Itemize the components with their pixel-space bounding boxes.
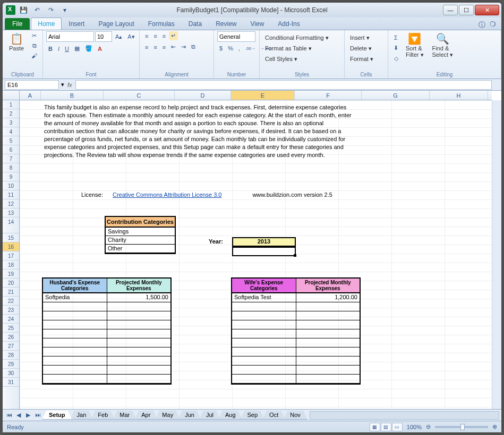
delete-cells-button[interactable]: Delete ▾	[348, 44, 374, 53]
sheet-tab-oct[interactable]: Oct	[262, 411, 285, 420]
table-row[interactable]	[43, 311, 170, 320]
ribbon-tab-data[interactable]: Data	[182, 18, 209, 30]
comma-button[interactable]: ,	[236, 44, 242, 53]
page-layout-view-button[interactable]: ▤	[381, 423, 391, 431]
row-header-31[interactable]: 31	[3, 378, 19, 387]
amount-cell[interactable]	[296, 302, 360, 311]
row-header-23[interactable]: 23	[3, 306, 19, 315]
col-header-D[interactable]: D	[175, 91, 231, 100]
contribution-row[interactable]: Savings	[106, 228, 175, 236]
merge-button[interactable]: ⧉	[189, 42, 198, 51]
maximize-button[interactable]: ☐	[459, 5, 474, 15]
sheet-tab-feb[interactable]: Feb	[91, 411, 115, 420]
amount-cell[interactable]	[107, 311, 171, 320]
paste-button[interactable]: 📋Paste	[6, 31, 27, 53]
ribbon-tab-view[interactable]: View	[244, 18, 271, 30]
wrap-text-button[interactable]: ↵	[169, 31, 178, 40]
zoom-out-button[interactable]: ⊖	[426, 423, 431, 430]
amount-cell[interactable]	[107, 302, 171, 311]
amount-cell[interactable]: 1,200.00	[296, 293, 360, 302]
ribbon-tab-review[interactable]: Review	[209, 18, 243, 30]
table-row[interactable]	[232, 311, 360, 320]
table-row[interactable]	[232, 338, 360, 347]
zoom-slider-thumb[interactable]	[460, 424, 465, 430]
minimize-button[interactable]: —	[443, 5, 458, 15]
row-header-28[interactable]: 28	[3, 351, 19, 360]
ribbon-tab-formulas[interactable]: Formulas	[141, 18, 182, 30]
sheet-nav-first-icon[interactable]: ⏮	[5, 412, 13, 419]
sheet-tab-may[interactable]: May	[155, 411, 180, 420]
col-header-A[interactable]: A	[20, 91, 41, 100]
currency-button[interactable]: $	[217, 44, 225, 53]
row-header-13[interactable]: 13	[3, 208, 19, 218]
row-header-11[interactable]: 11	[3, 190, 19, 199]
table-row[interactable]	[43, 366, 170, 375]
fill-color-button[interactable]: 🪣	[83, 44, 95, 53]
category-cell[interactable]	[232, 311, 296, 320]
table-row[interactable]	[232, 329, 360, 338]
category-cell[interactable]	[232, 366, 296, 374]
format-painter-button[interactable]: 🖌	[29, 51, 39, 60]
copy-button[interactable]: ⧉	[29, 41, 39, 50]
table-row[interactable]	[43, 356, 170, 366]
amount-cell[interactable]: 1,500.00	[107, 293, 171, 302]
amount-cell[interactable]	[296, 375, 360, 383]
category-cell[interactable]	[232, 302, 296, 311]
contribution-row[interactable]: Charity	[106, 236, 175, 245]
table-row[interactable]	[43, 347, 170, 356]
align-left-button[interactable]: ≡	[143, 43, 150, 51]
amount-cell[interactable]	[107, 347, 171, 356]
sheet-tab-nov[interactable]: Nov	[283, 411, 307, 420]
table-row[interactable]	[43, 302, 170, 311]
category-cell[interactable]	[43, 375, 107, 383]
row-header-6[interactable]: 6	[3, 145, 19, 154]
col-header-H[interactable]: H	[430, 91, 488, 100]
category-cell[interactable]	[43, 320, 107, 329]
increase-indent-button[interactable]: ⇥	[179, 42, 188, 51]
table-row[interactable]	[232, 320, 360, 329]
row-header-29[interactable]: 29	[3, 360, 19, 369]
underline-button[interactable]: U	[63, 45, 71, 53]
amount-cell[interactable]	[296, 347, 360, 356]
row-header-21[interactable]: 21	[3, 288, 19, 297]
zoom-slider[interactable]	[435, 426, 488, 428]
row-header-15[interactable]: 15	[3, 233, 19, 242]
increase-decimal-button[interactable]: .00→	[243, 45, 258, 52]
find-select-button[interactable]: 🔍Find & Select ▾	[429, 31, 457, 59]
ribbon-tab-page-layout[interactable]: Page Layout	[91, 18, 141, 30]
year-value-cell[interactable]: 2013	[232, 237, 296, 247]
row-header-19[interactable]: 19	[3, 269, 19, 279]
sheet-nav-next-icon[interactable]: ▶	[24, 412, 32, 419]
row-header-2[interactable]: 2	[3, 109, 19, 118]
row-header-18[interactable]: 18	[3, 260, 19, 269]
amount-cell[interactable]	[107, 375, 171, 383]
active-cell-e16[interactable]	[232, 247, 296, 256]
category-cell[interactable]	[43, 311, 107, 320]
category-cell[interactable]	[43, 329, 107, 338]
category-cell[interactable]	[232, 329, 296, 338]
category-cell[interactable]	[232, 320, 296, 329]
row-header-10[interactable]: 10	[3, 181, 19, 190]
table-row[interactable]	[232, 347, 360, 356]
sheet-nav-last-icon[interactable]: ⏭	[33, 412, 42, 419]
italic-button[interactable]: I	[56, 45, 62, 53]
table-row[interactable]	[232, 366, 360, 375]
col-header-F[interactable]: F	[295, 91, 362, 100]
category-cell[interactable]: Softpedia	[43, 293, 107, 302]
amount-cell[interactable]	[296, 356, 360, 365]
normal-view-button[interactable]: ▦	[370, 423, 380, 431]
name-box[interactable]: E16	[5, 80, 59, 90]
row-header-8[interactable]: 8	[3, 163, 19, 172]
shrink-font-button[interactable]: A▾	[125, 32, 136, 41]
row-header-14[interactable]: 14	[3, 218, 19, 233]
align-middle-button[interactable]: ≡	[151, 32, 159, 40]
table-row[interactable]	[232, 302, 360, 311]
file-tab[interactable]: File	[5, 18, 30, 30]
category-cell[interactable]	[43, 302, 107, 311]
category-cell[interactable]	[232, 338, 296, 347]
select-all-corner[interactable]	[3, 91, 20, 100]
number-format-select[interactable]	[217, 31, 255, 42]
row-header-9[interactable]: 9	[3, 172, 19, 181]
sheet-tab-mar[interactable]: Mar	[113, 411, 136, 420]
sheet-nav-prev-icon[interactable]: ◀	[14, 412, 23, 419]
